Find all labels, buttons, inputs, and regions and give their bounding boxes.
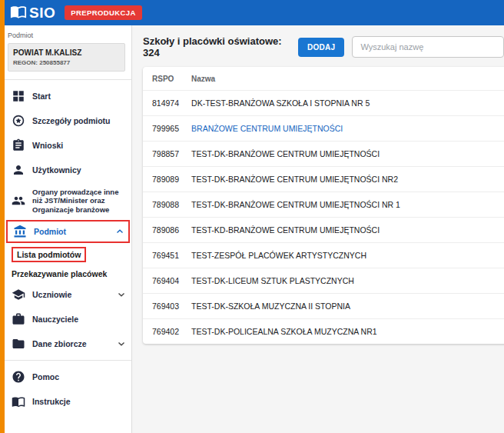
sidebar-item-uczniowie[interactable]: Uczniowie bbox=[5, 282, 131, 307]
cell-rspo: 769403 bbox=[143, 294, 185, 319]
cell-nazwa: TEST-DK-POLICEALNA SZKOŁA MUZYCZNA NR1 bbox=[185, 319, 504, 345]
search-input[interactable] bbox=[352, 36, 504, 58]
sidebar-divider bbox=[5, 79, 131, 80]
grid-icon bbox=[12, 89, 25, 103]
sidebar-item-start[interactable]: Start bbox=[5, 84, 131, 108]
chevron-down-icon bbox=[116, 338, 127, 349]
schools-table-card: RSPO Nazwa 814974 DK-TEST-BRANŻOWA SZKOŁ… bbox=[143, 67, 504, 344]
page-title: Szkoły i placówki oświatowe: 324 bbox=[143, 35, 298, 58]
bank-icon bbox=[13, 225, 27, 238]
cell-rspo: 814974 bbox=[143, 91, 185, 116]
cell-rspo: 798857 bbox=[143, 142, 185, 167]
sidebar-item-podmiot[interactable]: Podmiot bbox=[6, 220, 130, 243]
folder-icon bbox=[12, 337, 25, 351]
cell-nazwa: TEST-DK-SZKOŁA MUZYCZNA II STOPNIA bbox=[185, 294, 504, 319]
sidebar-item-label: Start bbox=[32, 92, 51, 102]
table-row[interactable]: 789089 TEST-DK-BRANŻOWE CENTRUM UMIEJĘTN… bbox=[143, 167, 504, 192]
chevron-up-icon bbox=[114, 226, 125, 237]
sidebar-item-label: Uczniowie bbox=[32, 290, 71, 300]
current-entity-box: POWIAT M.KALISZ REGON: 250855877 bbox=[8, 43, 125, 72]
cell-rspo: 799965 bbox=[143, 116, 185, 142]
main-header: Szkoły i placówki oświatowe: 324 DODAJ bbox=[133, 25, 504, 67]
sidebar-item-organy-prowadzace[interactable]: Organy prowadzące inne niż JST/Minister … bbox=[5, 182, 131, 219]
table-row[interactable]: 799965 BRANŻOWE CENTRUM UMIEJĘTNOŚCI bbox=[143, 116, 504, 142]
book-icon bbox=[12, 395, 25, 408]
cell-nazwa-link[interactable]: BRANŻOWE CENTRUM UMIEJĘTNOŚCI bbox=[185, 116, 504, 142]
sidebar-item-label: Wnioski bbox=[32, 141, 63, 151]
sidebar-item-label: Pomoc bbox=[32, 372, 59, 382]
table-row[interactable]: 769451 TEST-ZESPÓŁ PLACÓWEK ARTYSTYCZNYC… bbox=[143, 243, 504, 268]
sidebar-item-szczegoly-podmiotu[interactable]: Szczegóły podmiotu bbox=[5, 108, 131, 133]
sidebar-item-uzytkownicy[interactable]: Użytkownicy bbox=[5, 158, 131, 182]
book-logo-icon bbox=[10, 3, 27, 23]
graduation-cap-icon bbox=[12, 288, 25, 301]
sidebar-item-label: Dane zbiorcze bbox=[32, 339, 87, 349]
star-circle-icon bbox=[12, 114, 25, 128]
sidebar-item-label: Podmiot bbox=[34, 227, 66, 237]
sidebar-item-nauczyciele[interactable]: Nauczyciele bbox=[5, 307, 131, 331]
cell-rspo: 789086 bbox=[143, 218, 185, 243]
table-row[interactable]: 789086 TEST-KD-BRANŻOWE CENTRUM UMIEJĘTN… bbox=[143, 218, 504, 243]
briefcase-icon bbox=[12, 312, 25, 326]
logo-text: SIO bbox=[29, 5, 55, 22]
column-header-nazwa: Nazwa bbox=[185, 67, 504, 91]
sidebar-divider bbox=[5, 360, 131, 361]
table-row[interactable]: 769404 TEST-DK-LICEUM SZTUK PLASTYCZNYCH bbox=[143, 268, 504, 294]
sidebar-section-label: Podmiot bbox=[5, 25, 131, 42]
sidebar-item-label: Przekazywanie placówek bbox=[12, 269, 107, 278]
main-content: Szkoły i placówki oświatowe: 324 DODAJ R… bbox=[133, 25, 504, 433]
sidebar-item-przekazywanie-placowek[interactable]: Przekazywanie placówek bbox=[5, 266, 131, 282]
cell-nazwa: TEST-DK-LICEUM SZTUK PLASTYCZNYCH bbox=[185, 268, 504, 294]
sidebar-item-label: Nauczyciele bbox=[32, 315, 78, 325]
group-icon bbox=[12, 194, 25, 208]
cell-nazwa: TEST-DK-BRANŻOWE CENTRUM UMIEJĘTNOŚCI NR… bbox=[185, 192, 504, 218]
table-row[interactable]: 769403 TEST-DK-SZKOŁA MUZYCZNA II STOPNI… bbox=[143, 294, 504, 319]
cell-rspo: 789088 bbox=[143, 192, 185, 218]
environment-badge: PREPRODUKCJA bbox=[65, 5, 142, 20]
person-icon bbox=[12, 163, 25, 177]
highlight-box: Lista podmiotów bbox=[12, 247, 86, 262]
cell-rspo: 789089 bbox=[143, 167, 185, 192]
sidebar-item-wnioski[interactable]: Wnioski bbox=[5, 133, 131, 158]
topbar: SIO PREPRODUKCJA bbox=[5, 0, 504, 25]
sidebar-item-instrukcje[interactable]: Instrukcje bbox=[5, 389, 131, 414]
cell-nazwa: TEST-DK-BRANŻOWE CENTRUM UMIEJĘTNOŚCI NR… bbox=[185, 167, 504, 192]
sidebar-item-pomoc[interactable]: Pomoc bbox=[5, 365, 131, 389]
cell-nazwa: TEST-DK-BRANŻOWE CENTRUM UMIEJĘTNOŚCI bbox=[185, 142, 504, 167]
sidebar-item-lista-podmiotow[interactable]: Lista podmiotów bbox=[5, 244, 131, 266]
app-logo[interactable]: SIO bbox=[10, 3, 55, 23]
table-header-row: RSPO Nazwa bbox=[143, 67, 504, 91]
sidebar-item-label: Użytkownicy bbox=[32, 165, 81, 175]
preprod-edge-strip bbox=[0, 0, 5, 433]
assignment-icon bbox=[12, 138, 25, 152]
sidebar-item-label: Lista podmiotów bbox=[17, 250, 81, 259]
cell-rspo: 769451 bbox=[143, 243, 185, 268]
chevron-down-icon bbox=[116, 289, 127, 300]
cell-rspo: 769402 bbox=[143, 319, 185, 345]
table-row[interactable]: 789088 TEST-DK-BRANŻOWE CENTRUM UMIEJĘTN… bbox=[143, 192, 504, 218]
sidebar-item-label: Szczegóły podmiotu bbox=[32, 116, 111, 126]
cell-rspo: 769404 bbox=[143, 268, 185, 294]
sidebar-item-label: Instrukcje bbox=[32, 397, 71, 407]
sidebar-item-dane-zbiorcze[interactable]: Dane zbiorcze bbox=[5, 331, 131, 356]
entity-regon: REGON: 250855877 bbox=[13, 59, 120, 66]
schools-table: RSPO Nazwa 814974 DK-TEST-BRANŻOWA SZKOŁ… bbox=[143, 67, 504, 344]
sidebar: Podmiot POWIAT M.KALISZ REGON: 250855877… bbox=[5, 25, 132, 433]
table-row[interactable]: 769402 TEST-DK-POLICEALNA SZKOŁA MUZYCZN… bbox=[143, 319, 504, 345]
add-button[interactable]: DODAJ bbox=[298, 38, 345, 57]
help-icon bbox=[12, 370, 25, 384]
cell-nazwa: DK-TEST-BRANŻOWA SZKOŁA I STOPNIA NR 5 bbox=[185, 91, 504, 116]
table-row[interactable]: 798857 TEST-DK-BRANŻOWE CENTRUM UMIEJĘTN… bbox=[143, 142, 504, 167]
table-row[interactable]: 814974 DK-TEST-BRANŻOWA SZKOŁA I STOPNIA… bbox=[143, 91, 504, 116]
cell-nazwa: TEST-KD-BRANŻOWE CENTRUM UMIEJĘTNOŚCI bbox=[185, 218, 504, 243]
cell-nazwa: TEST-ZESPÓŁ PLACÓWEK ARTYSTYCZNYCH bbox=[185, 243, 504, 268]
sidebar-item-label: Organy prowadzące inne niż JST/Minister … bbox=[32, 188, 127, 214]
column-header-rspo: RSPO bbox=[143, 67, 185, 91]
entity-name: POWIAT M.KALISZ bbox=[13, 48, 120, 57]
